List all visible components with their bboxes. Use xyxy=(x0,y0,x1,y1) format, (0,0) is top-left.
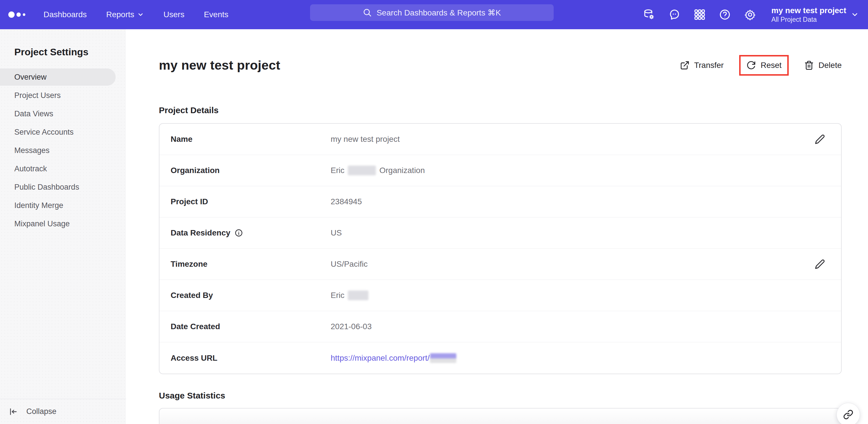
sidebar-item-overview[interactable]: Overview xyxy=(0,68,116,86)
row-label: Created By xyxy=(170,291,213,300)
delete-button[interactable]: Delete xyxy=(804,60,842,70)
sidebar-item-mixpanel-usage[interactable]: Mixpanel Usage xyxy=(0,215,126,232)
sidebar-item-label: Autotrack xyxy=(14,165,47,173)
help-icon[interactable] xyxy=(719,8,731,21)
row-value: Eric xyxy=(331,290,368,300)
redacted-text xyxy=(348,166,376,175)
value-suffix: Organization xyxy=(379,166,425,175)
mixpanel-dots-icon xyxy=(8,10,27,20)
section-title-project-details: Project Details xyxy=(159,106,842,115)
current-project-name: my new test project xyxy=(772,5,846,16)
row-label: Access URL xyxy=(170,354,217,363)
row-label: Name xyxy=(170,135,192,144)
transfer-label: Transfer xyxy=(694,61,724,70)
sidebar-nav: Overview Project Users Data Views Servic… xyxy=(0,68,126,232)
detail-row-name: Name my new test project xyxy=(159,124,841,155)
nav-dashboards[interactable]: Dashboards xyxy=(43,10,87,19)
copy-link-button[interactable] xyxy=(837,403,860,424)
project-actions: Transfer Reset Delete xyxy=(680,55,842,76)
usage-statistics-card xyxy=(159,408,842,424)
settings-gear-icon[interactable] xyxy=(744,8,756,21)
collapse-sidebar-button[interactable]: Collapse xyxy=(0,399,126,424)
row-label: Timezone xyxy=(170,259,208,269)
sidebar-item-label: Identity Merge xyxy=(14,201,63,210)
edit-name-button[interactable] xyxy=(815,134,825,144)
nav-events[interactable]: Events xyxy=(204,10,228,19)
detail-row-data-residency: Data Residency US xyxy=(159,218,841,249)
nav-events-label: Events xyxy=(204,10,228,19)
access-url-link[interactable]: https://mixpanel.com/report/ xyxy=(331,353,456,363)
transfer-icon xyxy=(680,60,690,70)
redacted-text xyxy=(348,290,368,300)
sidebar-item-label: Mixpanel Usage xyxy=(14,220,70,228)
page-title: my new test project xyxy=(159,58,280,73)
sidebar-item-label: Overview xyxy=(14,73,46,82)
detail-row-timezone: Timezone US/Pacific xyxy=(159,249,841,280)
chevron-down-icon xyxy=(137,11,144,18)
data-management-icon[interactable] xyxy=(643,8,655,21)
feedback-icon[interactable] xyxy=(669,8,681,21)
sidebar-item-autotrack[interactable]: Autotrack xyxy=(0,160,126,177)
row-value: my new test project xyxy=(331,135,400,144)
current-project-scope: All Project Data xyxy=(772,16,846,24)
info-icon[interactable] xyxy=(235,229,243,237)
row-value: https://mixpanel.com/report/ xyxy=(331,353,456,363)
section-title-usage-statistics: Usage Statistics xyxy=(159,391,842,400)
search-icon xyxy=(363,8,372,17)
project-switcher-text: my new test project All Project Data xyxy=(772,5,846,24)
nav-users[interactable]: Users xyxy=(163,10,184,19)
row-label: Date Created xyxy=(170,322,220,331)
sidebar-item-messages[interactable]: Messages xyxy=(0,142,126,159)
detail-row-date-created: Date Created 2021-06-03 xyxy=(159,311,841,342)
detail-row-created-by: Created By Eric xyxy=(159,280,841,311)
sidebar-item-label: Public Dashboards xyxy=(14,183,79,192)
settings-sidebar: Project Settings Overview Project Users … xyxy=(0,29,126,424)
page-header: my new test project Transfer Reset xyxy=(159,52,842,79)
top-navigation-bar: Dashboards Reports Users Events Search D… xyxy=(0,0,868,29)
sidebar-item-data-views[interactable]: Data Views xyxy=(0,105,126,122)
reset-label: Reset xyxy=(761,61,781,70)
project-switcher[interactable]: my new test project All Project Data xyxy=(772,5,859,24)
nav-users-label: Users xyxy=(163,10,184,19)
search-input[interactable]: Search Dashboards & Reports ⌘K xyxy=(310,4,554,21)
sidebar-item-label: Messages xyxy=(14,146,50,155)
reset-annotation-box: Reset xyxy=(739,55,789,76)
row-value: 2384945 xyxy=(331,197,362,206)
row-label: Data Residency xyxy=(170,228,230,237)
chevron-down-icon xyxy=(851,10,859,19)
delete-label: Delete xyxy=(818,61,842,70)
sidebar-item-label: Service Accounts xyxy=(14,128,73,137)
pencil-icon xyxy=(815,134,825,144)
main-content: my new test project Transfer Reset xyxy=(126,29,868,424)
edit-timezone-button[interactable] xyxy=(815,259,825,269)
sidebar-item-label: Data Views xyxy=(14,109,53,118)
detail-row-organization: Organization Eric Organization xyxy=(159,155,841,186)
detail-row-project-id: Project ID 2384945 xyxy=(159,186,841,218)
sidebar-item-identity-merge[interactable]: Identity Merge xyxy=(0,197,126,214)
topbar-right-controls: my new test project All Project Data xyxy=(643,5,868,24)
apps-grid-icon[interactable] xyxy=(694,8,706,21)
transfer-button[interactable]: Transfer xyxy=(680,60,724,70)
sidebar-item-label: Project Users xyxy=(14,91,61,100)
nav-dashboards-label: Dashboards xyxy=(43,10,87,19)
mixpanel-logo[interactable] xyxy=(0,10,27,20)
row-value: US xyxy=(331,228,342,237)
reset-button[interactable]: Reset xyxy=(746,60,781,70)
sidebar-title: Project Settings xyxy=(14,47,126,58)
link-icon xyxy=(843,409,854,420)
row-value: US/Pacific xyxy=(331,259,368,269)
nav-reports-label: Reports xyxy=(106,10,134,19)
nav-reports[interactable]: Reports xyxy=(106,10,144,19)
sidebar-item-project-users[interactable]: Project Users xyxy=(0,87,126,104)
row-label: Organization xyxy=(170,166,220,175)
reset-icon xyxy=(746,60,756,70)
project-details-card: Name my new test project Organization Er… xyxy=(159,123,842,374)
redacted-text xyxy=(430,353,456,363)
pencil-icon xyxy=(815,259,825,269)
top-nav-menu: Dashboards Reports Users Events xyxy=(43,10,228,19)
sidebar-item-public-dashboards[interactable]: Public Dashboards xyxy=(0,178,126,196)
trash-icon xyxy=(804,60,814,70)
row-value: 2021-06-03 xyxy=(331,322,372,331)
sidebar-item-service-accounts[interactable]: Service Accounts xyxy=(0,123,126,141)
row-value: Eric Organization xyxy=(331,166,425,175)
